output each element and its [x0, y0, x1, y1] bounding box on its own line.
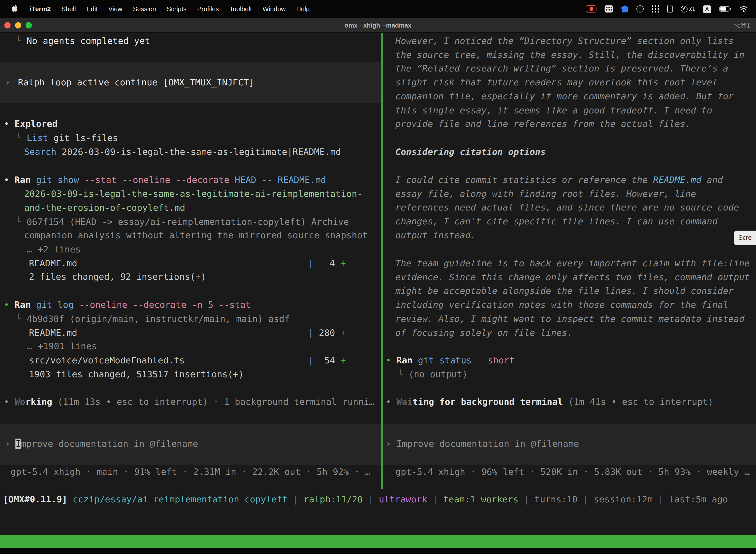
explored-header: • Explored	[4, 117, 58, 131]
overlay-tooltip: Scre	[734, 231, 756, 245]
reasoning-heading: Considering citation options	[395, 145, 546, 159]
window-title: omx --xhigh --madmax	[0, 21, 756, 29]
right-terminal-pane[interactable]: However, I noticed the “Directory Struct…	[383, 33, 756, 489]
omx-version: [OMX#0.11.9]	[3, 494, 67, 504]
commit-output-line: └ 4b9d30f (origin/main, instructkr/main,…	[16, 312, 290, 326]
gauge-value: .61	[689, 6, 695, 11]
grid-app-icon[interactable]	[652, 5, 659, 12]
explored-search-line: Search 2026-03-09-is-legal-the-same-as-l…	[24, 145, 341, 159]
reasoning-paragraph: I could cite commit statistics or refere…	[395, 173, 756, 242]
diffstat-summary-line: 2 files changed, 92 insertions(+)	[29, 270, 206, 284]
omx-branch-path: cczip/essay/ai-reimplementation-copyleft	[67, 494, 288, 504]
commit-output-line: companion analysis without altering the …	[24, 229, 368, 242]
menu-bar: iTerm2 Shell Edit View Session Scripts P…	[0, 0, 756, 18]
menu-edit[interactable]: Edit	[81, 0, 103, 18]
menu-session[interactable]: Session	[127, 0, 161, 18]
ran-git-status-header: • Ran git status --short	[386, 354, 515, 368]
ran-git-show-header: • Ran git show --stat --oneline --decora…	[4, 173, 326, 187]
minimize-button[interactable]	[15, 22, 21, 28]
bullet-icon: •	[386, 355, 396, 365]
menu-help[interactable]: Help	[291, 0, 315, 18]
screen: iTerm2 Shell Edit View Session Scripts P…	[0, 0, 756, 554]
menu-shell[interactable]: Shell	[56, 0, 81, 18]
battery-icon[interactable]	[719, 6, 731, 11]
dark-app-icon[interactable]	[637, 5, 644, 12]
waiting-status-line: • Waiting for background terminal (1m 41…	[386, 395, 713, 409]
ralph-banner-line: ›Ralph loop active continue [OMX_TMUX_IN…	[5, 76, 254, 90]
reasoning-paragraph: The team guideline is to back every impo…	[395, 257, 756, 340]
right-input-box[interactable]: › Improve documentation in @filename	[383, 424, 756, 465]
tmux-status-bar: [omx-cczip0:bash* "MacBook-Pro-44.local"…	[0, 535, 756, 548]
apple-menu[interactable]	[7, 0, 24, 18]
cpu-gauge-icon[interactable]: .61	[681, 5, 695, 12]
reasoning-paragraph: However, I noticed the “Directory Struct…	[395, 34, 756, 131]
text-cursor: I	[16, 439, 21, 449]
left-session-status: gpt-5.4 xhigh · main · 91% left · 2.31M …	[11, 465, 371, 479]
menu-window[interactable]: Window	[257, 0, 291, 18]
omx-status-bar: [OMX#0.11.9] cczip/essay/ai-reimplementa…	[3, 493, 728, 507]
menu-status-icons: .61 A	[586, 5, 756, 13]
more-lines-indicator: … +2 lines	[27, 243, 81, 257]
apple-icon	[12, 4, 19, 14]
window-title-bar[interactable]: omx --xhigh --madmax ⌥⌘1	[0, 18, 756, 33]
menu-view[interactable]: View	[103, 0, 127, 18]
right-session-status: gpt-5.4 xhigh · 96% left · 520K in · 5.8…	[395, 465, 750, 479]
left-terminal-pane[interactable]: └ No agents completed yet ›Ralph loop ac…	[0, 33, 381, 489]
omx-turns: turns:10	[534, 494, 577, 504]
zoom-button[interactable]	[25, 22, 32, 28]
file-reference-link: README.md	[653, 175, 701, 185]
right-input-line[interactable]: › Improve documentation in @filename	[386, 437, 579, 451]
bullet-icon: •	[4, 119, 15, 129]
no-output-line: └ (no output)	[398, 368, 467, 382]
agents-status-line: └ No agents completed yet	[16, 34, 150, 48]
ralph-banner: ›Ralph loop active continue [OMX_TMUX_IN…	[0, 62, 381, 103]
prompt-chevron: ›	[5, 439, 15, 449]
diffstat-line: src/voice/voiceModeEnabled.ts | 54 +	[29, 354, 346, 368]
screen-recording-stop-icon[interactable]	[586, 5, 597, 12]
explored-list-line: └ List git ls-files	[16, 131, 118, 145]
input-source-icon[interactable]: A	[703, 5, 711, 13]
wifi-icon[interactable]	[739, 5, 748, 12]
keyboard-app-icon[interactable]	[605, 5, 613, 12]
terminal: └ No agents completed yet ›Ralph loop ac…	[0, 33, 756, 554]
prompt-chevron: ›	[386, 439, 396, 449]
omx-ralph-counter: ralph:11/20	[304, 494, 363, 504]
bottom-strip	[0, 548, 756, 554]
bullet-icon: •	[4, 397, 15, 407]
diffstat-line: README.md | 280 +	[29, 326, 346, 340]
left-input-line[interactable]: › Improve documentation in @filename	[5, 437, 198, 451]
omx-last-activity: last:5m ago	[669, 494, 728, 504]
menu-scripts[interactable]: Scripts	[162, 0, 192, 18]
blue-app-icon[interactable]	[621, 5, 629, 12]
commit-output-line: └ 067f154 (HEAD -> essay/ai-reimplementa…	[16, 215, 349, 229]
phone-mirroring-icon[interactable]	[668, 5, 673, 13]
diffstat-summary-line: 1903 files changed, 513517 insertions(+)	[29, 368, 244, 382]
window-shortcut-badge: ⌥⌘1	[733, 21, 750, 29]
left-input-box[interactable]: › Improve documentation in @filename	[0, 424, 381, 465]
omx-mode: ultrawork	[379, 494, 427, 504]
pane-divider[interactable]	[381, 33, 383, 489]
omx-session-time: session:12m	[593, 494, 652, 504]
bullet-icon: •	[4, 175, 15, 185]
bullet-icon: •	[386, 397, 396, 407]
close-button[interactable]	[4, 22, 10, 28]
app-menu-iterm2[interactable]: iTerm2	[24, 0, 56, 18]
menu-toolbelt[interactable]: Toolbelt	[224, 0, 257, 18]
diffstat-line: README.md | 4 +	[29, 257, 346, 271]
working-status-line: • Working (11m 13s • esc to interrupt) ·…	[4, 395, 375, 409]
bullet-icon: •	[4, 299, 15, 310]
ran-git-log-header: • Ran git log --oneline --decorate -n 5 …	[4, 298, 251, 312]
menu-profiles[interactable]: Profiles	[192, 0, 224, 18]
omx-team: team:1 workers	[443, 494, 518, 504]
more-lines-indicator: … +1901 lines	[27, 340, 97, 353]
command-arg-wrap-line: 2026-03-09-is-legal-the-same-as-legitima…	[24, 187, 362, 201]
prompt-chevron: ›	[5, 77, 10, 88]
command-arg-wrap-line: and-the-erosion-of-copyleft.md	[24, 201, 185, 215]
